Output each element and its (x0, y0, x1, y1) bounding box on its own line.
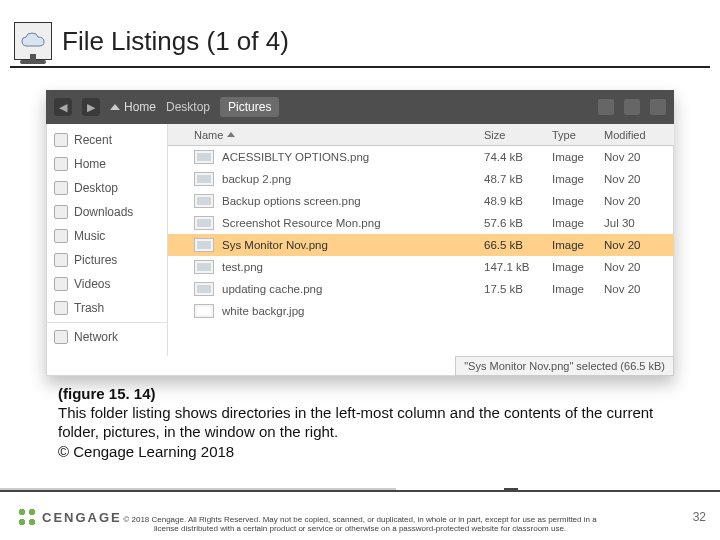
legal-text: © 2018 Cengage. All Rights Reserved. May… (0, 515, 720, 534)
nav-forward-button[interactable]: ▶ (82, 98, 100, 116)
place-pictures[interactable]: Pictures (46, 248, 167, 272)
title-underline (10, 66, 710, 68)
file-row[interactable]: backup 2.png48.7 kBImageNov 20 (168, 168, 674, 190)
download-icon (54, 205, 68, 219)
file-row[interactable]: white backgr.jpg (168, 300, 674, 322)
places-sidebar: Recent Home Desktop Downloads Music Pict… (46, 124, 168, 356)
file-row-selected[interactable]: Sys Monitor Nov.png66.5 kBImageNov 20 (168, 234, 674, 256)
file-icon (194, 216, 214, 230)
place-downloads[interactable]: Downloads (46, 200, 167, 224)
sort-asc-icon (227, 132, 235, 137)
file-row[interactable]: updating cache.png17.5 kBImageNov 20 (168, 278, 674, 300)
trash-icon (54, 301, 68, 315)
file-icon (194, 304, 214, 318)
view-options-icon[interactable] (624, 99, 640, 115)
clock-icon (54, 133, 68, 147)
home-icon (54, 157, 68, 171)
file-row[interactable]: Backup options screen.png48.9 kBImageNov… (168, 190, 674, 212)
place-home[interactable]: Home (46, 152, 167, 176)
desktop-icon (54, 181, 68, 195)
file-icon (194, 194, 214, 208)
caption-body: This folder listing shows directories in… (58, 403, 690, 441)
col-modified[interactable]: Modified (604, 129, 674, 141)
network-icon (54, 330, 68, 344)
pictures-icon (54, 253, 68, 267)
column-headers[interactable]: Name Size Type Modified (168, 124, 674, 146)
col-type[interactable]: Type (552, 129, 604, 141)
status-bar: "Sys Monitor Nov.png" selected (66.5 kB) (455, 356, 674, 376)
col-size[interactable]: Size (484, 129, 552, 141)
nav-back-button[interactable]: ◀ (54, 98, 72, 116)
file-icon (194, 260, 214, 274)
breadcrumb-home[interactable]: Home (110, 100, 156, 114)
file-row[interactable]: ACESSIBLTY OPTIONS.png74.4 kBImageNov 20 (168, 146, 674, 168)
file-icon (194, 172, 214, 186)
breadcrumb-desktop[interactable]: Desktop (166, 100, 210, 114)
place-desktop[interactable]: Desktop (46, 176, 167, 200)
video-icon (54, 277, 68, 291)
file-icon (194, 150, 214, 164)
figure-number: (figure 15. 14) (58, 384, 690, 403)
col-name[interactable]: Name (194, 129, 223, 141)
file-manager-window: ◀ ▶ Home Desktop Pictures Recent Home De… (46, 90, 674, 376)
file-icon (194, 282, 214, 296)
file-row[interactable]: Screenshot Resource Mon.png57.6 kBImageJ… (168, 212, 674, 234)
menu-icon[interactable] (650, 99, 666, 115)
page-title: File Listings (1 of 4) (62, 26, 289, 57)
home-icon (110, 104, 120, 110)
place-music[interactable]: Music (46, 224, 167, 248)
file-row[interactable]: test.png147.1 kBImageNov 20 (168, 256, 674, 278)
place-network[interactable]: Network (46, 322, 167, 349)
caption-copyright: © Cengage Learning 2018 (58, 442, 690, 461)
music-icon (54, 229, 68, 243)
page-number: 32 (693, 510, 706, 524)
place-trash[interactable]: Trash (46, 296, 167, 320)
window-titlebar: ◀ ▶ Home Desktop Pictures (46, 90, 674, 124)
search-icon[interactable] (598, 99, 614, 115)
file-list: Name Size Type Modified ACESSIBLTY OPTIO… (168, 124, 674, 356)
place-recent[interactable]: Recent (46, 128, 167, 152)
slide-footer: CENGAGE © 2018 Cengage. All Rights Reser… (0, 490, 720, 540)
file-icon (194, 238, 214, 252)
breadcrumb-current[interactable]: Pictures (220, 97, 279, 117)
breadcrumb-home-label: Home (124, 100, 156, 114)
figure-caption: (figure 15. 14) This folder listing show… (58, 384, 690, 461)
place-videos[interactable]: Videos (46, 272, 167, 296)
